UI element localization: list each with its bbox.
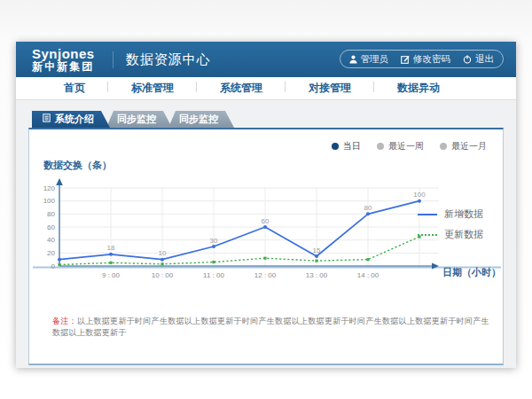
data-point [263,225,267,229]
chart-area: 0204060801001209 : 0010 : 0011 : 0012 : … [42,174,490,307]
data-point-label: 80 [364,204,372,212]
x-axis-arrow-icon [432,262,439,269]
data-point [58,258,61,262]
data-point-label: 30 [210,237,218,245]
logout-button[interactable]: 退出 [463,53,494,66]
radio-dot-icon [377,143,384,150]
radio-today[interactable]: 当日 [332,140,361,153]
document-icon [43,111,51,128]
x-tick-label: 13 : 00 [306,271,328,279]
data-point [366,258,369,261]
chart-legend: 新增数据 更新数据 [418,207,483,248]
data-point [109,262,112,264]
footnote: 备注：以上数据更新于时间产生数据以上数据更新于时间产生数据以上数据更新于时间产生… [42,316,490,339]
data-point [109,253,113,256]
tab-bar: 系统介绍 同步监控 同步监控 [32,111,504,128]
data-point [418,200,421,203]
tab-sync-monitor-2[interactable]: 同步监控 [168,111,234,128]
y-axis-title: 数据交换（条） [43,159,490,172]
brand-logo-cn: 新中新集团 [32,61,95,73]
user-button[interactable]: 管理员 [349,53,389,66]
nav-item-system-mgmt[interactable]: 系统管理 [197,81,286,96]
dotted-line-icon [418,234,437,236]
radio-last-week[interactable]: 最近一周 [377,140,424,153]
change-password-button[interactable]: 修改密码 [401,53,450,66]
y-tick-label: 0 [51,262,56,270]
y-tick-label: 120 [43,184,56,192]
legend-item-updated-data[interactable]: 更新数据 [418,228,483,241]
user-icon [349,55,357,64]
nav-item-interface-mgmt[interactable]: 对接管理 [286,81,374,96]
x-tick-label: 12 : 00 [254,271,277,279]
data-point [212,245,215,248]
nav-item-standard-mgmt[interactable]: 标准管理 [108,81,197,96]
brand-logo: Synjones 新中新集团 [25,47,102,72]
x-tick-label: 9 : 00 [102,271,121,279]
period-filter: 当日 最近一周 最近一月 [332,140,487,153]
x-tick-label: 11 : 00 [203,271,224,279]
data-point [160,262,163,265]
y-tick-label: 20 [47,249,55,257]
data-point-label: 18 [107,244,115,252]
app-window: Synjones 新中新集团 数据资源中心 管理员 修改密码 退出 [16,42,516,368]
page-title: 数据资源中心 [113,51,211,68]
tab-system-intro[interactable]: 系统介绍 [32,111,110,128]
data-point-label: 10 [159,249,167,257]
radio-dot-icon [440,143,447,150]
chart-panel: 当日 最近一周 最近一月 数据交换（条） 0204060801001209 : … [28,128,504,365]
footnote-text: 以上数据更新于时间产生数据以上数据更新于时间产生数据以上数据更新于时间产生数据以… [52,317,489,337]
content-area: 系统介绍 同步监控 同步监控 当日 最近一周 [16,100,516,365]
data-point [212,261,215,263]
x-tick-label: 14 : 00 [357,271,379,279]
nav-item-data-change[interactable]: 数据异动 [374,81,463,96]
solid-line-icon [418,214,437,215]
legend-item-new-data[interactable]: 新增数据 [418,207,483,221]
y-axis-arrow-icon [56,178,63,185]
x-axis-title: 日期（小时） [442,266,501,279]
footnote-label: 备注： [52,317,77,325]
data-point [315,260,317,262]
app-header: Synjones 新中新集团 数据资源中心 管理员 修改密码 退出 [16,42,516,77]
radio-last-month[interactable]: 最近一月 [440,140,487,153]
edit-icon [401,55,410,64]
data-point-label: 15 [313,246,321,254]
data-point [58,263,60,266]
data-point-label: 60 [262,217,270,225]
nav-item-home[interactable]: 首页 [41,81,108,96]
data-point [366,212,370,215]
radio-dot-icon [332,143,339,150]
x-tick-label: 10 : 00 [152,271,174,279]
data-point [263,257,266,260]
brand-logo-en: Synjones [32,47,95,61]
y-tick-label: 40 [47,236,55,244]
y-tick-label: 80 [47,210,55,218]
data-point-label: 100 [413,191,426,199]
main-nav: 首页 标准管理 系统管理 对接管理 数据异动 [16,77,516,100]
data-point [315,254,318,258]
data-point [160,258,164,262]
y-tick-label: 100 [43,197,56,205]
power-icon [463,55,472,64]
y-tick-label: 60 [47,223,55,231]
tab-sync-monitor-1[interactable]: 同步监控 [106,111,172,128]
user-bar: 管理员 修改密码 退出 [340,50,505,68]
